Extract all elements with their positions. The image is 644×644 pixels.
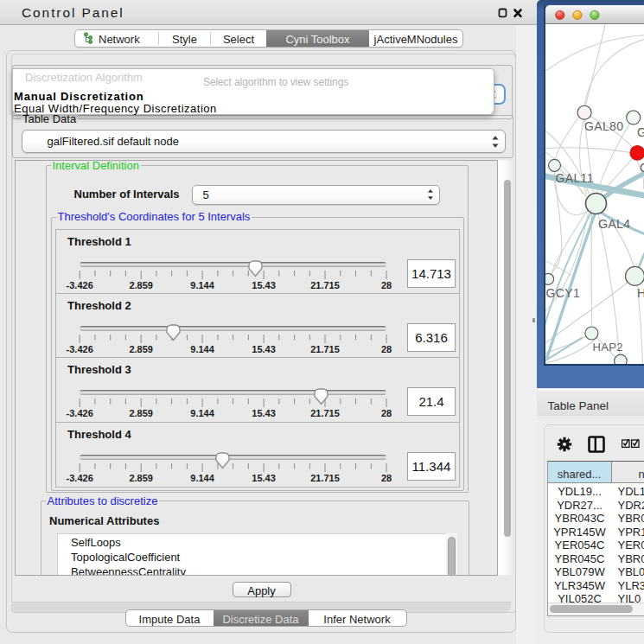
svg-text:GAL4: GAL4 <box>598 217 630 231</box>
svg-text:GAL11: GAL11 <box>555 170 593 184</box>
svg-text:GCY1: GCY1 <box>545 286 580 300</box>
svg-text:C: C <box>640 160 644 174</box>
svg-text:GAL80: GAL80 <box>584 119 623 133</box>
svg-text:GA: GA <box>637 124 644 138</box>
svg-text:H: H <box>637 286 644 300</box>
svg-text:HAP2: HAP2 <box>592 340 622 353</box>
